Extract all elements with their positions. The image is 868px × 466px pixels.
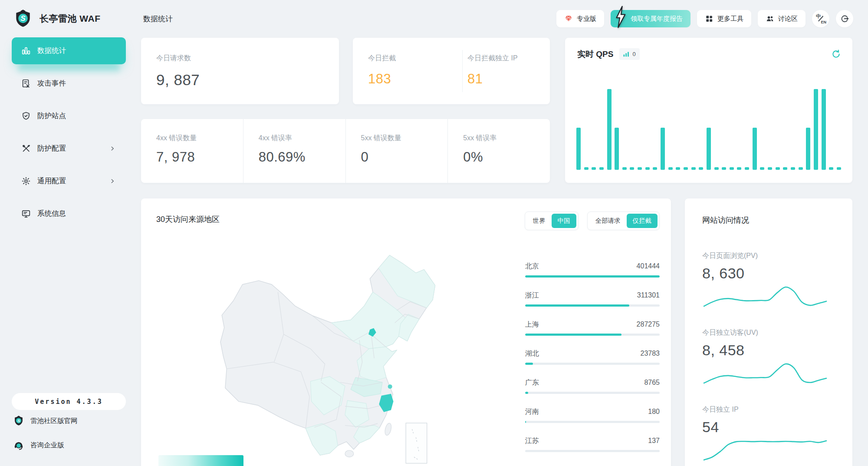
ip-metric: 今日独立 IP54: [702, 405, 835, 462]
sidebar-link-community-site[interactable]: S雷池社区版官网: [13, 413, 78, 428]
province-name: 广东: [525, 378, 539, 387]
sidebar-item-system-info[interactable]: 系统信息: [12, 200, 126, 227]
qps-bar: [814, 89, 818, 170]
more-tools-label: 更多工具: [717, 15, 743, 23]
sidebar-link-enterprise[interactable]: 咨询企业版: [13, 438, 64, 453]
province-value: 311301: [637, 291, 660, 299]
page-title: 数据统计: [143, 14, 173, 24]
qps-bar: [607, 89, 612, 170]
province-name: 北京: [525, 262, 539, 271]
qps-bar: [592, 167, 596, 170]
sidebar-item-label: 防护站点: [37, 111, 66, 121]
province-name: 河南: [525, 407, 539, 416]
province-bar-track: [525, 421, 660, 423]
province-bar-fill: [525, 421, 526, 423]
qps-bar: [829, 167, 833, 170]
province-value: 8765: [644, 379, 660, 387]
qps-bar: [661, 128, 665, 170]
shield-check-icon: [21, 111, 31, 121]
qps-bar: [791, 167, 795, 170]
province-row: 河南180: [525, 407, 660, 436]
sidebar-item-general-config[interactable]: 通用配置: [12, 168, 126, 195]
language-toggle-button[interactable]: 中EN: [812, 10, 829, 27]
error-stat-value: 0%: [463, 149, 483, 165]
realtime-qps-card: 实时 QPS 0: [565, 38, 852, 183]
sidebar-item-protected-sites[interactable]: 防护站点: [12, 102, 126, 129]
qps-bar: [760, 167, 764, 170]
qps-title: 实时 QPS: [577, 49, 613, 60]
province-bar-track: [525, 304, 660, 307]
sidebar-item-label: 系统信息: [37, 209, 66, 218]
qps-bar: [768, 167, 772, 170]
headset-icon: [13, 440, 24, 451]
province-row: 上海287275: [525, 320, 660, 349]
grid-icon: [705, 14, 713, 23]
lightning-icon: [614, 4, 627, 30]
region-scope-option[interactable]: 世界: [527, 214, 552, 228]
province-bar-fill: [525, 363, 533, 365]
request-type-option[interactable]: 仅拦截: [627, 214, 658, 228]
qps-bar: [622, 167, 627, 170]
sidebar-item-attack-events[interactable]: 攻击事件: [12, 70, 126, 97]
province-bar-track: [525, 275, 660, 278]
logout-icon: [840, 14, 849, 23]
qps-bar: [638, 167, 642, 170]
province-name: 浙江: [525, 291, 539, 300]
qps-bar: [576, 128, 581, 170]
qps-bar: [722, 167, 726, 170]
qps-bar: [630, 167, 634, 170]
site-visits-card: 网站访问情况 今日页面浏览(PV)8, 630 今日独立访客(UV)8, 458…: [685, 198, 852, 466]
brand: S 长亭雷池 WAF: [0, 9, 135, 29]
region-scope-option[interactable]: 中国: [552, 214, 576, 228]
error-stat-label: 5xx 错误率: [463, 134, 496, 143]
visit-metric-label: 今日独立 IP: [702, 405, 835, 414]
tools-icon: [21, 144, 31, 153]
version-badge: Version 4.3.3: [12, 393, 126, 410]
today-blocks-card: 今日拦截 183 今日拦截独立 IP 81: [353, 38, 550, 104]
province-bar-fill: [525, 275, 660, 278]
request-type-option[interactable]: 全部请求: [589, 214, 627, 228]
people-icon: [766, 14, 774, 23]
province-row: 浙江311301: [525, 291, 660, 320]
province-bar-track: [525, 334, 660, 336]
province-ranking-list: 北京401444浙江311301上海287275湖北23783广东8765河南1…: [525, 262, 660, 466]
qps-bar: [753, 128, 757, 170]
today-requests-card: 今日请求数 9, 887: [141, 38, 339, 104]
safeline-logo-icon: S: [13, 9, 33, 29]
province-bar-fill: [525, 392, 528, 394]
sidebar-item-protection-config[interactable]: 防护配置: [12, 135, 126, 162]
today-blocks-label: 今日拦截: [368, 54, 396, 63]
pv-metric: 今日页面浏览(PV)8, 630: [702, 251, 835, 308]
china-map: [175, 238, 474, 466]
qps-bar: [776, 167, 780, 170]
safeline-logo-icon: S: [13, 415, 24, 426]
sidebar-item-data-stats[interactable]: 数据统计: [12, 37, 126, 64]
qps-bar: [599, 167, 604, 170]
province-name: 湖北: [525, 349, 539, 358]
sidebar-item-label: 防护配置: [37, 144, 66, 153]
pro-edition-button[interactable]: 专业版: [556, 10, 604, 27]
qps-bar: [668, 167, 673, 170]
province-row: 江苏137: [525, 436, 660, 466]
annual-report-button[interactable]: 领取专属年度报告: [611, 10, 690, 27]
region-card-title: 30天访问来源地区: [156, 214, 220, 225]
chevron-right-icon: [109, 145, 115, 152]
logout-button[interactable]: [836, 10, 853, 27]
qps-bar: [806, 128, 810, 170]
province-value: 23783: [641, 350, 660, 357]
qps-bar: [737, 167, 741, 170]
forum-button[interactable]: 讨论区: [758, 10, 806, 27]
more-tools-button[interactable]: 更多工具: [697, 10, 751, 27]
error-stat-label: 4xx 错误率: [259, 134, 292, 143]
refresh-icon[interactable]: [831, 49, 841, 59]
visit-metric-sparkline: [702, 285, 828, 308]
region-scope-toggle: 世界中国: [525, 212, 579, 230]
qps-bar: [837, 167, 841, 170]
province-value: 287275: [637, 321, 660, 328]
vertical-divider: [462, 50, 463, 92]
visit-metric-value: 8, 458: [702, 342, 835, 359]
bar-chart-icon: [21, 46, 31, 56]
visit-metric-sparkline: [702, 439, 828, 462]
topbar: S 长亭雷池 WAF 数据统计 专业版 领取专属年度报告 更多工具: [0, 0, 868, 37]
svg-text:S: S: [17, 418, 20, 423]
